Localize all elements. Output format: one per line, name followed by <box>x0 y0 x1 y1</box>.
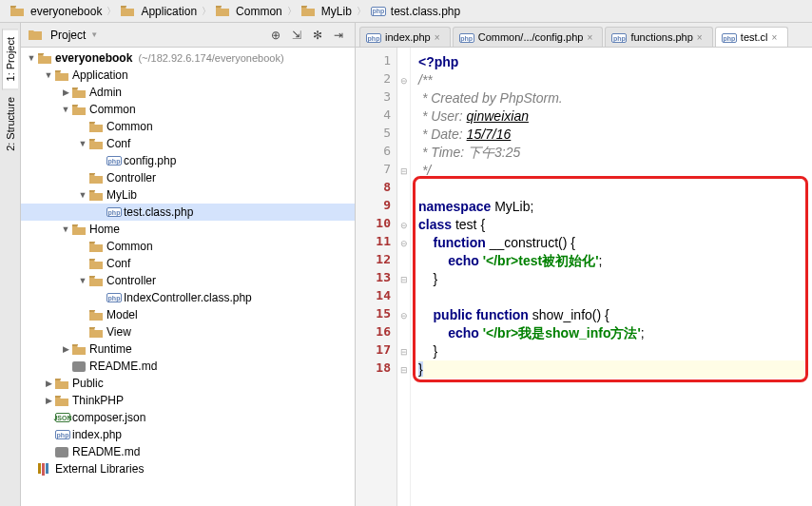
tree-arrow-icon[interactable]: ▼ <box>78 190 87 200</box>
fold-mark[interactable] <box>397 89 410 107</box>
hide-icon[interactable]: ⇥ <box>334 29 347 42</box>
fold-mark[interactable] <box>397 180 410 198</box>
folder-icon <box>38 52 51 64</box>
tree-item[interactable]: Common <box>21 118 355 135</box>
tree-label: ThinkPHP <box>72 394 124 407</box>
fold-mark[interactable] <box>397 53 410 71</box>
tree-item[interactable]: phptest.class.php <box>21 204 355 221</box>
php-icon: php <box>106 155 120 166</box>
tree-item[interactable]: ▼Home <box>21 221 355 238</box>
php-icon: php <box>611 31 627 44</box>
breadcrumb-item[interactable]: Common <box>213 4 285 19</box>
editor-tab[interactable]: phpfunctions.php× <box>605 27 712 48</box>
folder-icon <box>55 69 68 81</box>
tree-arrow-icon[interactable]: ▼ <box>27 53 36 63</box>
md-icon <box>72 360 86 372</box>
tree-item[interactable]: JSONcomposer.json <box>21 409 355 426</box>
line-number: 17 <box>356 342 396 360</box>
tab-structure[interactable]: 2: Structure <box>3 89 18 159</box>
fold-mark[interactable]: ⊖ <box>397 216 410 234</box>
tree-item[interactable]: ▼Common <box>21 101 355 118</box>
tree-item[interactable]: View <box>21 323 355 341</box>
tree-item[interactable]: ▶Public <box>21 375 355 392</box>
editor-tab[interactable]: phptest.cl× <box>715 27 788 48</box>
tree-arrow-icon[interactable]: ▼ <box>44 70 53 80</box>
fold-mark[interactable] <box>397 126 410 144</box>
tree-item[interactable]: phpindex.php <box>21 426 355 443</box>
line-number: 1 <box>356 53 396 71</box>
tree-label: README.md <box>72 445 140 458</box>
collapse-all-icon[interactable]: ⇲ <box>292 29 305 42</box>
tree-item[interactable]: ▼Conf <box>21 135 355 152</box>
tree-item[interactable]: Controller <box>21 169 355 186</box>
fold-mark[interactable]: ⊟ <box>397 162 410 180</box>
tree-item[interactable]: ▼Controller <box>21 272 355 289</box>
tree-item[interactable]: ▶ThinkPHP <box>21 392 355 409</box>
tree-arrow-icon[interactable]: ▼ <box>78 276 87 285</box>
tree-label: Common <box>106 120 153 133</box>
tree-arrow-icon[interactable]: ▶ <box>44 396 53 405</box>
breadcrumb-separator: 〉 <box>200 5 213 18</box>
dropdown-icon[interactable]: ▼ <box>90 30 98 39</box>
code-editor[interactable]: <?php /** * Created by PhpStorm. * User:… <box>411 48 812 506</box>
breadcrumb-item[interactable]: Application <box>118 4 200 19</box>
tree-arrow-icon[interactable]: ▼ <box>61 105 70 114</box>
breadcrumb-item[interactable]: MyLib <box>299 4 355 19</box>
tree-arrow-icon[interactable]: ▶ <box>61 88 70 97</box>
tree-item[interactable]: Conf <box>21 255 355 272</box>
fold-mark[interactable] <box>397 252 410 270</box>
editor-tab[interactable]: phpCommon/.../config.php× <box>453 27 604 48</box>
tree-item[interactable]: phpconfig.php <box>21 152 355 169</box>
settings-icon[interactable]: ✻ <box>313 29 326 42</box>
fold-mark[interactable] <box>397 198 410 216</box>
folder-icon <box>10 6 24 17</box>
tree-item[interactable]: Common <box>21 238 355 255</box>
fold-mark[interactable]: ⊖ <box>397 234 410 252</box>
tab-label: test.cl <box>741 31 768 43</box>
fold-mark[interactable]: ⊟ <box>397 342 410 360</box>
folder-icon <box>55 378 68 389</box>
tree-label: View <box>106 325 131 339</box>
line-number: 6 <box>356 144 396 162</box>
tree-arrow-icon[interactable]: ▼ <box>61 224 70 234</box>
editor-area: phpindex.php×phpCommon/.../config.php×ph… <box>356 23 812 506</box>
tree-item[interactable]: ▶Admin <box>21 84 355 101</box>
tree-item[interactable]: ▶Runtime <box>21 341 355 358</box>
tree-item[interactable]: Model <box>21 306 355 323</box>
editor-body[interactable]: 123456789101112131415161718 ⊖⊟⊖⊖⊟⊖⊟⊟ <?p… <box>356 48 812 506</box>
tree-item[interactable]: ▼everyonebook(~/182.92.6.174/everyoneboo… <box>21 49 355 67</box>
close-icon[interactable]: × <box>697 32 706 42</box>
tree-arrow-icon[interactable]: ▼ <box>78 139 87 148</box>
tree-item[interactable]: README.md <box>21 358 355 375</box>
close-icon[interactable]: × <box>772 32 782 42</box>
tree-arrow-icon[interactable]: ▶ <box>44 379 53 388</box>
tree-item[interactable]: External Libraries <box>21 460 355 477</box>
fold-gutter[interactable]: ⊖⊟⊖⊖⊟⊖⊟⊟ <box>397 48 411 506</box>
breadcrumb-separator: 〉 <box>285 5 299 18</box>
fold-mark[interactable]: ⊟ <box>397 270 410 288</box>
fold-mark[interactable]: ⊖ <box>397 306 410 324</box>
tree-label: everyonebook <box>55 51 132 65</box>
breadcrumb-item[interactable]: phptest.class.php <box>368 4 463 19</box>
fold-mark[interactable] <box>397 288 410 306</box>
tree-item[interactable]: phpIndexController.class.php <box>21 289 355 306</box>
editor-tab[interactable]: phpindex.php× <box>359 27 451 48</box>
tree-item[interactable]: ▼MyLib <box>21 186 355 204</box>
line-number: 18 <box>356 360 396 379</box>
project-tree[interactable]: ▼everyonebook(~/182.92.6.174/everyoneboo… <box>21 48 355 506</box>
fold-mark[interactable]: ⊖ <box>397 71 410 89</box>
close-icon[interactable]: × <box>435 32 444 42</box>
fold-mark[interactable] <box>397 144 410 162</box>
close-icon[interactable]: × <box>587 32 596 42</box>
fold-mark[interactable] <box>397 324 410 342</box>
tree-arrow-icon[interactable]: ▶ <box>61 344 70 354</box>
breadcrumb-item[interactable]: everyonebook <box>8 4 105 19</box>
tree-label: Controller <box>106 171 156 185</box>
fold-mark[interactable] <box>397 107 410 126</box>
scroll-from-source-icon[interactable]: ⊕ <box>271 29 284 42</box>
tree-label: config.php <box>124 154 176 167</box>
tree-item[interactable]: README.md <box>21 443 355 460</box>
tree-item[interactable]: ▼Application <box>21 67 355 84</box>
fold-mark[interactable]: ⊟ <box>397 360 410 379</box>
tab-project[interactable]: 1: Project <box>2 29 18 89</box>
